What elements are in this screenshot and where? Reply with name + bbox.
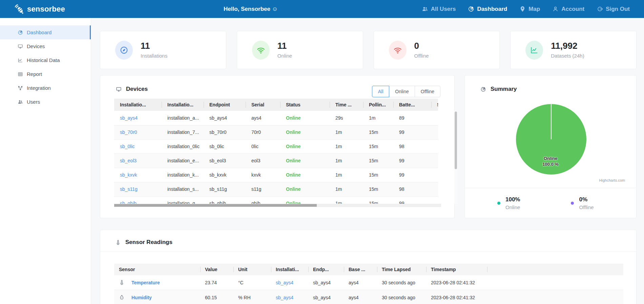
integration-icon [18, 85, 23, 91]
installation-cell: installation_7... [162, 125, 204, 139]
sidebar-item-devices[interactable]: Devices [0, 39, 91, 53]
sensor-link[interactable]: Humidity [131, 295, 152, 300]
nav-item-map[interactable]: Map [519, 6, 540, 13]
column-header: Time ... [330, 99, 363, 111]
column-header: Installatio... [114, 99, 162, 111]
nav-item-sign-out[interactable]: Sign Out [597, 6, 630, 13]
legend-item-online: 100% Online [497, 196, 520, 210]
status-badge: Online [280, 111, 330, 125]
sign-out-icon [597, 6, 603, 12]
brand-logo[interactable]: sensorbee [13, 2, 65, 16]
endpoint-cell: sb_0lic [204, 139, 246, 154]
column-header: Timestamp [426, 264, 487, 275]
value-cell: 60.15 [200, 290, 233, 304]
sidebar-item-dashboard[interactable]: Dashboard [0, 25, 91, 39]
column-header: Endpoint [204, 99, 246, 111]
polling-cell: 15m [363, 168, 393, 182]
wifi-icon [389, 41, 407, 60]
summary-panel-title: Summary [491, 86, 517, 93]
cut-cell [431, 154, 438, 168]
installation-cell: installation_s... [162, 182, 204, 196]
column-header: Batte... [393, 99, 431, 111]
timestamp-cell: 2023-06-28 02:41:32 [426, 275, 487, 290]
users-icon [18, 99, 23, 105]
endpoint-cell: sb_eol3 [204, 154, 246, 168]
battery-cell: 99 [393, 125, 431, 139]
table-row: sb_kxvk installation_k... sb_kxvk kxvk O… [114, 168, 438, 182]
value-cell: 23.74 [200, 275, 233, 290]
devices-panel: Devices All Online Offline [100, 75, 455, 218]
installation-point-link[interactable]: sb_0lic [120, 144, 135, 149]
filter-offline-button[interactable]: Offline [415, 86, 440, 97]
installation-cell: installation_0lic [162, 139, 204, 154]
horizontal-scrollbar[interactable] [114, 204, 441, 207]
table-row: sb_eol3 installation_e... sb_eol3 eol3 O… [114, 154, 438, 168]
devices-table-header-row: Installatio... Installatio... Endpoint S… [114, 99, 438, 111]
cut-cell [431, 111, 438, 125]
polling-cell: 15m [363, 139, 393, 154]
highcharts-credit[interactable]: Highcharts.com [599, 178, 625, 182]
pie-chart-icon [468, 6, 474, 12]
legend-item-offline: 0% Offline [571, 196, 594, 210]
devices-table: Installatio... Installatio... Endpoint S… [114, 99, 438, 207]
status-badge: Online [280, 154, 330, 168]
battery-cell: 98 [393, 182, 431, 196]
stat-label: Datasets (24h) [551, 53, 584, 59]
sensor-link[interactable]: Temperature [131, 280, 160, 285]
unit-cell: % RH [233, 290, 271, 304]
person-icon [552, 6, 559, 12]
installation-link[interactable]: sb_ays4 [276, 295, 293, 300]
stat-card-offline: 0 Offline [374, 31, 500, 69]
installation-point-link[interactable]: sb_ays4 [120, 115, 138, 121]
vertical-scrollbar[interactable] [454, 111, 457, 204]
endpoint-cell: sb_ays4 [308, 290, 344, 304]
sidebar-item-historical-data[interactable]: Historical Data [0, 53, 91, 67]
nav-item-dashboard[interactable]: Dashboard [468, 6, 507, 13]
endpoint-cell: sb_ays4 [308, 275, 344, 290]
legend-dot-offline [571, 202, 574, 205]
installation-link[interactable]: sb_ays4 [276, 280, 293, 285]
column-header: Sensor [114, 264, 200, 275]
battery-cell: 89 [393, 111, 431, 125]
installation-point-link[interactable]: sb_70r0 [120, 129, 137, 135]
sidebar-item-integration[interactable]: Integration [0, 81, 91, 95]
sidebar-item-users[interactable]: Users [0, 95, 91, 109]
polling-cell: 1m [363, 111, 393, 125]
base-cell: ays4 [344, 290, 377, 304]
time-cell: 1m [330, 154, 363, 168]
users-group-icon [422, 6, 428, 12]
column-header: Unit [233, 264, 271, 275]
polling-cell: 15m [363, 154, 393, 168]
bee-logo-icon [13, 2, 26, 16]
cut-cell [431, 182, 438, 196]
devices-table-body: sb_ays4 installation_a... sb_ays4 ays4 O… [114, 111, 438, 207]
endpoint-cell: sb_s11g [204, 182, 246, 196]
table-row: sb_s11g installation_s... sb_s11g s11g O… [114, 182, 438, 196]
pie-chart-icon [480, 86, 486, 92]
installation-cell: installation_k... [162, 168, 204, 182]
summary-panel-header: Summary [465, 76, 636, 93]
time-cell: 1m [330, 168, 363, 182]
battery-cell: 98 [393, 139, 431, 154]
nav-item-all-users[interactable]: All Users [422, 6, 456, 13]
serial-cell: 70r0 [246, 125, 280, 139]
thermometer-icon [119, 280, 125, 285]
table-row: Temperature 23.74 °C sb_ays4 sb_ays4 ays… [114, 275, 623, 290]
sensor-readings-panel: Sensor Readings Sensor Value Unit Instal… [100, 230, 637, 304]
stats-row: 11 Installations 11 Online 0 Offline [100, 31, 637, 69]
installation-point-link[interactable]: sb_s11g [120, 186, 138, 192]
battery-cell: 99 [393, 154, 431, 168]
column-header [487, 264, 623, 275]
greeting-text: Hello, Sensorbee ☺ [224, 6, 278, 13]
column-header: Value [200, 264, 233, 275]
filter-online-button[interactable]: Online [389, 86, 415, 97]
stat-value: 0 [414, 41, 429, 50]
table-row: Humidity 60.15 % RH sb_ays4 sb_ays4 ays4… [114, 290, 623, 304]
sensor-panel-title: Sensor Readings [125, 239, 172, 246]
nav-item-account[interactable]: Account [552, 6, 584, 13]
installation-point-link[interactable]: sb_eol3 [120, 158, 137, 163]
thermometer-icon [115, 240, 121, 245]
sidebar-item-report[interactable]: Report [0, 67, 91, 81]
filter-all-button[interactable]: All [372, 86, 390, 97]
installation-point-link[interactable]: sb_kxvk [120, 172, 137, 178]
